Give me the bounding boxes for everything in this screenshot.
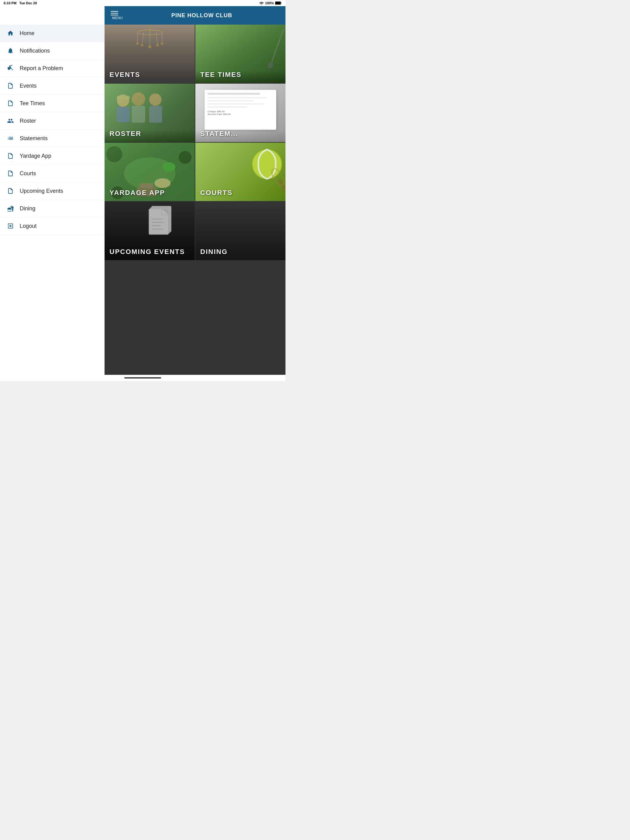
sidebar-item-upcoming-events[interactable]: Upcoming Events xyxy=(0,182,104,200)
sidebar-label-tee-times: Tee Times xyxy=(20,100,45,107)
dining-fork-icon xyxy=(6,204,15,213)
tile-statements-label: STATEM... xyxy=(200,130,238,138)
sidebar: Home Notifications Report a Problem Even… xyxy=(0,6,104,375)
sidebar-label-courts: Courts xyxy=(20,171,36,177)
sidebar-label-statements: Statements xyxy=(20,135,47,142)
svg-rect-31 xyxy=(140,183,153,188)
wifi-icon xyxy=(259,1,264,5)
upcoming-doc-icon xyxy=(6,186,15,195)
bell-icon xyxy=(6,46,15,55)
statements-list-icon xyxy=(6,134,15,143)
tile-upcoming-label: UPCOMING EVENTS xyxy=(109,248,185,256)
tile-yardage-app[interactable]: YARDAGE APP xyxy=(104,143,195,201)
svg-point-15 xyxy=(267,61,274,69)
tile-courts[interactable]: COURTS xyxy=(195,143,285,201)
tile-courts-label: COURTS xyxy=(200,189,233,197)
svg-point-11 xyxy=(148,45,151,48)
menu-label: MENU xyxy=(112,16,123,20)
status-time: 6:10 PM Tue Dec 20 xyxy=(4,1,37,5)
tile-dining[interactable]: DINING xyxy=(195,202,285,260)
sidebar-item-tee-times[interactable]: Tee Times xyxy=(0,95,104,112)
svg-point-9 xyxy=(136,43,139,45)
status-indicators: 100% xyxy=(259,1,282,5)
tile-dining-label: DINING xyxy=(200,248,228,256)
tile-teetimes-label: TEE TIMES xyxy=(200,71,242,79)
sidebar-item-logout[interactable]: Logout xyxy=(0,217,104,235)
app-container: Home Notifications Report a Problem Even… xyxy=(0,6,285,375)
svg-point-13 xyxy=(161,43,163,45)
svg-rect-22 xyxy=(149,106,162,123)
tile-grid: EVENTS TEE TIMES xyxy=(104,25,285,375)
svg-point-27 xyxy=(106,146,122,162)
svg-rect-1 xyxy=(275,2,280,4)
home-indicator xyxy=(0,375,285,381)
menu-button[interactable]: MENU xyxy=(111,11,124,20)
sidebar-label-logout: Logout xyxy=(20,223,36,229)
tile-tee-times[interactable]: TEE TIMES xyxy=(195,25,285,83)
svg-rect-20 xyxy=(131,106,145,123)
sidebar-label-upcoming: Upcoming Events xyxy=(20,188,63,194)
teetimes-doc-icon xyxy=(6,99,15,107)
svg-line-5 xyxy=(142,32,144,44)
sidebar-label-home: Home xyxy=(20,30,35,36)
sidebar-item-statements[interactable]: Statements xyxy=(0,130,104,147)
svg-point-12 xyxy=(156,44,159,46)
svg-rect-17 xyxy=(117,96,130,99)
svg-point-25 xyxy=(154,178,171,188)
status-bar: 6:10 PM Tue Dec 20 100% xyxy=(0,0,285,6)
tile-upcoming-events[interactable]: UPCOMING EVENTS xyxy=(104,202,195,260)
main-content: MENU PINE HOLLOW CLUB xyxy=(104,6,285,375)
roster-person-icon xyxy=(6,117,15,125)
svg-point-28 xyxy=(179,151,192,164)
sidebar-label-report: Report a Problem xyxy=(20,65,63,72)
yardage-doc-icon xyxy=(6,152,15,160)
svg-line-14 xyxy=(271,29,283,64)
header-title: PINE HOLLOW CLUB xyxy=(124,12,279,19)
sidebar-item-dining[interactable]: Dining xyxy=(0,200,104,217)
courts-doc-icon xyxy=(6,169,15,178)
battery-pct: 100% xyxy=(265,1,274,5)
tile-statements[interactable]: Charge: $80.00 Amount Paid: $80.00 STATE… xyxy=(195,84,285,142)
sidebar-item-courts[interactable]: Courts xyxy=(0,165,104,182)
sidebar-label-events: Events xyxy=(20,83,36,89)
svg-rect-37 xyxy=(149,209,169,235)
header: MENU PINE HOLLOW CLUB xyxy=(104,6,285,25)
wrench-icon xyxy=(6,64,15,73)
svg-point-10 xyxy=(141,44,143,46)
events-doc-icon xyxy=(6,82,15,90)
tile-events[interactable]: EVENTS xyxy=(104,25,195,83)
sidebar-item-home[interactable]: Home xyxy=(0,25,104,42)
tile-roster[interactable]: ROSTER xyxy=(104,84,195,142)
sidebar-label-yardage: Yardage App xyxy=(20,153,51,159)
tile-yardage-label: YARDAGE APP xyxy=(109,189,165,197)
sidebar-item-yardage[interactable]: Yardage App xyxy=(0,147,104,165)
sidebar-label-dining: Dining xyxy=(20,205,35,212)
svg-point-19 xyxy=(131,92,145,106)
tile-roster-label: ROSTER xyxy=(109,130,141,138)
battery-icon xyxy=(275,1,282,5)
sidebar-item-report[interactable]: Report a Problem xyxy=(0,60,104,77)
svg-point-21 xyxy=(149,93,161,106)
svg-rect-18 xyxy=(117,107,130,122)
home-icon xyxy=(6,29,15,38)
svg-point-26 xyxy=(162,163,175,172)
tile-events-label: EVENTS xyxy=(109,71,140,79)
hamburger-icon xyxy=(111,11,118,15)
svg-point-2 xyxy=(138,30,162,35)
sidebar-item-notifications[interactable]: Notifications xyxy=(0,42,104,60)
sidebar-label-roster: Roster xyxy=(20,118,36,124)
svg-line-7 xyxy=(156,32,157,44)
sidebar-item-events[interactable]: Events xyxy=(0,77,104,95)
home-bar xyxy=(124,377,161,379)
sidebar-item-roster[interactable]: Roster xyxy=(0,112,104,130)
sidebar-label-notifications: Notifications xyxy=(20,47,50,54)
logout-exit-icon xyxy=(6,222,15,230)
